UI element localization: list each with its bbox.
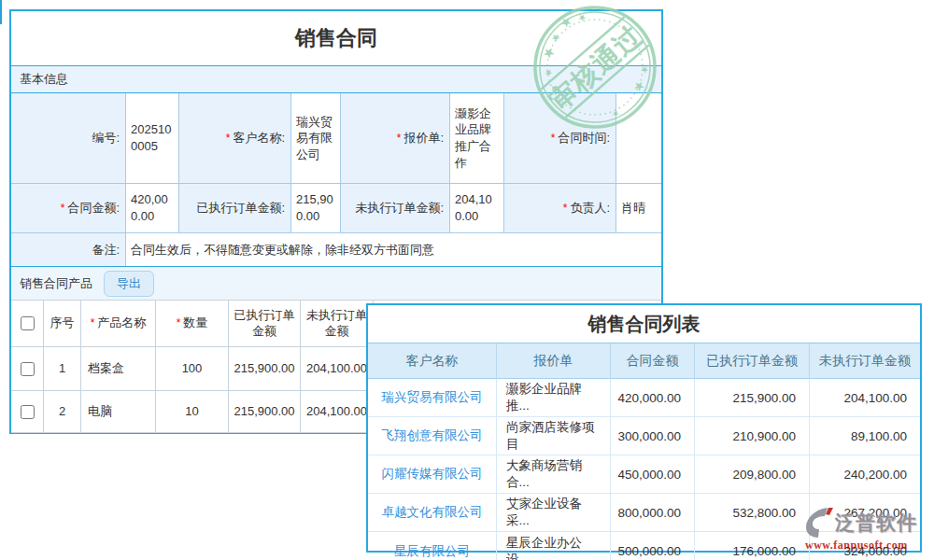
products-section-title: 销售合同产品: [20, 275, 92, 292]
cell-product-name: 档案盒: [81, 347, 156, 391]
cell-quote: 星辰企业办公设...: [497, 532, 611, 560]
remark-label: 备注:: [11, 233, 126, 266]
required-asterisk: *: [226, 132, 231, 145]
cell-unexecuted: 204,100.00: [301, 391, 374, 433]
contract-date-label: * 合同时间:: [504, 93, 616, 184]
products-section-header: 销售合同产品 导出: [11, 266, 661, 300]
select-all-cell: [11, 301, 44, 347]
row-select-cell: [11, 391, 44, 433]
required-asterisk: *: [563, 202, 568, 215]
cell-quote: 艾家企业设备采...: [497, 494, 611, 532]
cell-unexecuted: 204,100.00: [301, 347, 374, 391]
cell-index: 1: [44, 347, 81, 391]
screen: 销售合同 基本信息 编号: 2025100005 * 客户名称: 瑞兴贸易有限公…: [0, 0, 934, 560]
cell-amount: 300,000.00: [611, 417, 695, 455]
list-title: 销售合同列表: [368, 305, 920, 343]
col-customer: 客户名称: [368, 343, 497, 379]
cell-unexecuted: 204,100.00: [810, 379, 920, 417]
cell-executed: 210,900.00: [695, 417, 810, 455]
remark-value: 合同生效后，不得随意变更或解除，除非经双方书面同意: [126, 233, 661, 266]
fanpu-logo-icon: [805, 507, 833, 539]
cell-qty: 100: [156, 347, 229, 391]
contract-date-value: [616, 93, 661, 184]
customer-name-value: 瑞兴贸易有限公司: [291, 93, 341, 184]
customer-link[interactable]: 瑞兴贸易有限公司: [368, 379, 497, 417]
cell-product-name: 电脑: [81, 391, 156, 433]
contract-amount-label: * 合同金额:: [11, 184, 126, 233]
required-asterisk: *: [61, 202, 65, 215]
col-qty: * 数量: [156, 301, 229, 347]
cell-amount: 420,000.00: [611, 379, 695, 417]
customer-link[interactable]: 闪耀传媒有限公司: [368, 455, 497, 494]
col-executed: 已执行订单金额: [229, 301, 301, 347]
col-executed: 已执行订单金额: [695, 343, 810, 379]
row-checkbox[interactable]: [21, 405, 35, 419]
col-quote: 报价单: [497, 343, 611, 379]
row-checkbox[interactable]: [21, 362, 35, 376]
required-asterisk: *: [551, 132, 556, 145]
cell-executed: 215,900.00: [229, 347, 301, 391]
customer-link[interactable]: 飞翔创意有限公司: [368, 417, 497, 455]
cell-unexecuted: 89,100.00: [810, 417, 920, 455]
export-button[interactable]: 导出: [104, 271, 154, 297]
row-select-cell: [11, 347, 44, 391]
cell-amount: 500,000.00: [611, 532, 695, 560]
cell-quote: 大象商场营销合...: [497, 455, 611, 494]
col-unexecuted: 未执行订单金额: [301, 301, 374, 347]
cell-quote: 灏影企业品牌推...: [497, 379, 611, 417]
col-unexecuted: 未执行订单金额: [810, 343, 920, 379]
cell-executed: 532,800.00: [695, 494, 810, 532]
basic-info-grid: 编号: 2025100005 * 客户名称: 瑞兴贸易有限公司 * 报价单: 灏…: [11, 93, 661, 266]
cell-executed: 209,800.00: [695, 455, 810, 494]
contract-amount-value: 420,000.00: [126, 184, 179, 233]
cell-quote: 尚家酒店装修项目: [497, 417, 611, 455]
unexecuted-amount-label: 未执行订单金额:: [341, 184, 450, 233]
col-amount: 合同金额: [611, 343, 695, 379]
executed-amount-label: 已执行订单金额:: [179, 184, 291, 233]
cell-executed: 215,900.00: [229, 391, 301, 433]
contract-no-label: 编号:: [11, 93, 126, 184]
cell-executed: 176,000.00: [695, 532, 810, 560]
owner-value: 肖晴: [616, 184, 661, 233]
required-asterisk: *: [177, 316, 181, 331]
cell-amount: 800,000.00: [611, 494, 695, 532]
customer-link[interactable]: 卓越文化有限公司: [368, 494, 497, 532]
contract-no-value: 2025100005: [126, 93, 179, 184]
cell-qty: 10: [156, 391, 229, 433]
required-asterisk: *: [91, 316, 95, 331]
col-index: 序号: [44, 301, 81, 347]
cell-index: 2: [44, 391, 81, 433]
watermark-brand: 泛普软件: [835, 510, 917, 536]
cell-amount: 450,000.00: [611, 455, 695, 494]
quote-label: * 报价单:: [341, 93, 450, 184]
cell-executed: 215,900.00: [695, 379, 810, 417]
required-asterisk: *: [397, 132, 402, 145]
unexecuted-amount-value: 204,100.00: [450, 184, 504, 233]
customer-name-label: * 客户名称:: [179, 93, 291, 184]
screen-edge-artifact: [0, 0, 2, 24]
form-title: 销售合同: [11, 11, 661, 65]
customer-link[interactable]: 星辰有限公司: [368, 532, 497, 560]
owner-label: * 负责人:: [504, 184, 616, 233]
cell-unexecuted: 240,200.00: [810, 455, 920, 494]
quote-value: 灏影企业品牌推广合作: [450, 93, 504, 184]
executed-amount-value: 215,900.00: [291, 184, 341, 233]
basic-info-section-header: 基本信息: [11, 65, 661, 93]
select-all-checkbox[interactable]: [21, 316, 35, 330]
col-product-name: * 产品名称: [81, 301, 156, 347]
